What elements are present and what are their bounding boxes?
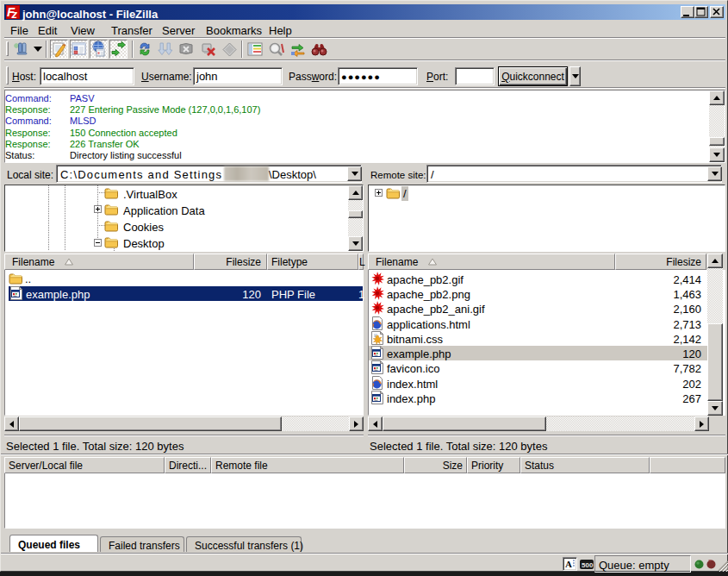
svg-text:500: 500 [582, 561, 594, 569]
svg-text:A: A [565, 559, 572, 569]
svg-text:z: z [11, 8, 18, 19]
